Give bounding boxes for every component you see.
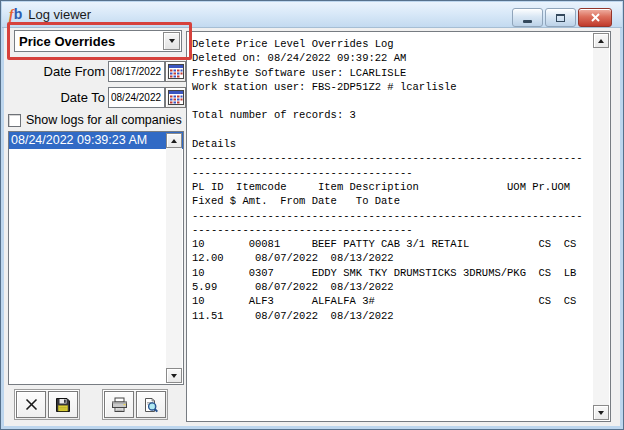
calendar-icon (168, 64, 184, 79)
delete-save-button-group (14, 389, 80, 420)
date-from-label: Date From (15, 64, 105, 79)
delete-log-button[interactable] (16, 391, 46, 418)
print-preview-icon (143, 397, 159, 413)
window-controls (512, 8, 612, 27)
arrow-up-icon (598, 39, 604, 43)
date-to-label: Date To (15, 90, 105, 105)
freshbyte-logo-icon: fb (9, 7, 22, 22)
arrow-down-icon (171, 374, 177, 378)
scroll-down-button[interactable] (166, 368, 182, 383)
list-item[interactable]: 08/24/2022 09:39:23 AM (9, 132, 183, 149)
minimize-button[interactable] (512, 8, 543, 27)
show-all-companies-checkbox[interactable] (8, 114, 21, 127)
scroll-up-button[interactable] (593, 33, 609, 48)
log-type-dropdown[interactable]: Price Overrides (14, 30, 182, 52)
log-scrollbar[interactable] (593, 33, 609, 420)
save-log-button[interactable] (48, 391, 78, 418)
print-button-group (102, 389, 168, 420)
date-to-input[interactable] (108, 87, 165, 108)
date-from-calendar-button[interactable] (165, 61, 186, 82)
delete-x-icon (24, 397, 39, 412)
log-text[interactable]: Delete Price Level Overrides Log Deleted… (187, 32, 593, 421)
maximize-button[interactable] (545, 8, 576, 27)
close-x-icon (590, 12, 601, 23)
log-viewer-window: fb Log viewer Price Overrides Date From (0, 0, 624, 430)
list-scrollbar[interactable] (166, 133, 182, 383)
window-title: Log viewer (28, 7, 91, 22)
close-button[interactable] (578, 8, 612, 27)
print-preview-button[interactable] (136, 391, 166, 418)
title-bar[interactable]: fb Log viewer (2, 2, 622, 28)
printer-icon (111, 397, 128, 413)
scroll-down-button[interactable] (593, 405, 609, 420)
maximize-icon (556, 14, 565, 22)
scroll-up-button[interactable] (166, 133, 182, 148)
show-all-companies-row: Show logs for all companies (8, 113, 182, 127)
date-from-input[interactable] (108, 61, 165, 82)
calendar-icon (168, 90, 184, 105)
show-all-companies-label: Show logs for all companies (26, 113, 182, 127)
date-to-calendar-button[interactable] (165, 87, 186, 108)
save-floppy-icon (55, 397, 71, 413)
log-sessions-list[interactable]: 08/24/2022 09:39:23 AM (8, 131, 184, 385)
minimize-icon (523, 20, 532, 23)
print-button[interactable] (104, 391, 134, 418)
chevron-down-icon (169, 39, 175, 43)
log-type-selected-value: Price Overrides (15, 34, 163, 49)
dropdown-arrow-button[interactable] (163, 32, 180, 50)
arrow-up-icon (171, 139, 177, 143)
arrow-down-icon (598, 411, 604, 415)
log-detail-panel: Delete Price Level Overrides Log Deleted… (186, 31, 611, 422)
